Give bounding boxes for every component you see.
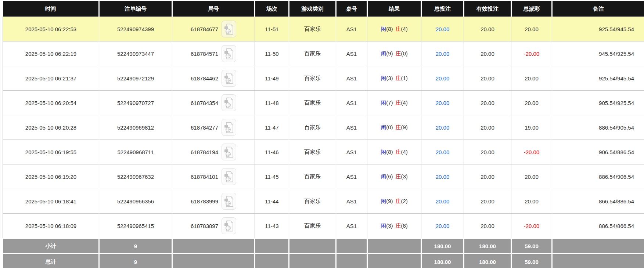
subtotal-row: 小计 9 180.00 180.00 59.00: [3, 239, 644, 254]
total-bet-link[interactable]: 20.00: [436, 75, 450, 82]
bet-id-cell: 522490972129: [99, 66, 172, 91]
payout-cell: 20.00: [511, 91, 552, 115]
total-bet-link[interactable]: 20.00: [436, 100, 450, 106]
payout-cell: 19.00: [511, 115, 552, 140]
video-replay-button[interactable]: [222, 70, 236, 87]
video-replay-button[interactable]: [222, 193, 236, 210]
column-header-table-no: 桌号: [336, 1, 367, 17]
round-id-cell: 618784101: [172, 164, 255, 189]
banker-result-value: (1): [401, 75, 408, 81]
table-no-cell: AS1: [336, 115, 367, 140]
player-result-value: (3): [386, 222, 393, 229]
video-replay-button[interactable]: [222, 94, 236, 111]
total-bet-link[interactable]: 20.00: [436, 51, 450, 57]
video-replay-button[interactable]: [222, 21, 236, 37]
bet-id-cell: 522490967632: [99, 164, 172, 189]
payout-cell: 20.00: [511, 66, 552, 91]
video-file-icon: [224, 48, 234, 59]
bet-time-cell: 2025-05-10 06:18:09: [3, 214, 99, 239]
footer-empty-cell: [336, 239, 367, 254]
video-replay-button[interactable]: [222, 217, 236, 234]
total-bet-cell: 20.00: [421, 66, 464, 91]
total-bet-link[interactable]: 20.00: [436, 124, 450, 131]
column-header-valid-bet: 有效投注: [464, 1, 511, 17]
banker-result-label: 庄: [396, 222, 401, 229]
result-cell: 闲(9)庄(2): [367, 189, 421, 214]
banker-result-label: 庄: [396, 149, 401, 155]
video-replay-button[interactable]: [222, 45, 236, 62]
player-result-value: (7): [386, 99, 393, 106]
table-no-cell: AS1: [336, 91, 367, 115]
column-header-total-bet: 总投注: [421, 1, 464, 17]
subtotal-count: 9: [99, 239, 172, 254]
banker-result-label: 庄: [396, 198, 401, 204]
game-type-cell: 百家乐: [289, 41, 336, 66]
player-result-value: (9): [386, 198, 393, 204]
result-cell: 闲(9)庄(0): [367, 41, 421, 66]
total-bet-cell: 20.00: [421, 214, 464, 239]
player-result-value: (8): [386, 149, 393, 155]
bet-time-cell: 2025-05-10 06:22:53: [3, 17, 99, 41]
table-no-cell: AS1: [336, 66, 367, 91]
session-cell: 11-47: [255, 115, 289, 140]
session-cell: 11-51: [255, 17, 289, 41]
total-bet-link[interactable]: 20.00: [436, 149, 450, 155]
video-file-icon: [224, 196, 234, 207]
total-bet-link[interactable]: 20.00: [436, 26, 450, 32]
footer-empty-cell: [172, 239, 255, 254]
table-row: 2025-05-10 06:18:09 522490965415 6187838…: [3, 214, 644, 239]
game-type-cell: 百家乐: [289, 17, 336, 41]
remark-cell: 886.54/866.54: [552, 214, 644, 239]
bet-id-cell: 522490974399: [99, 17, 172, 41]
video-file-icon: [224, 146, 234, 158]
valid-bet-cell: 20.00: [464, 189, 511, 214]
table-row: 2025-05-10 06:18:41 522490966356 6187839…: [3, 189, 644, 214]
result-cell: 闲(6)庄(3): [367, 164, 421, 189]
round-id-cell: 618784462: [172, 66, 255, 91]
total-count: 9: [99, 254, 172, 268]
banker-result-label: 庄: [396, 50, 401, 57]
remark-cell: 886.54/906.54: [552, 164, 644, 189]
player-result-label: 闲: [381, 50, 386, 57]
total-bet-link[interactable]: 20.00: [436, 223, 450, 229]
total-bet-cell: 20.00: [421, 189, 464, 214]
player-result-value: (8): [386, 26, 393, 32]
column-header-payout: 总派彩: [511, 1, 552, 17]
round-id: 618784677: [191, 26, 218, 32]
table-header: 时间 注单编号 局号 场次 游戏类别 桌号 结果 总投注 有效投注 总派彩 备注: [3, 1, 644, 17]
column-header-game-type: 游戏类别: [289, 1, 336, 17]
total-bet-link[interactable]: 20.00: [436, 174, 450, 180]
footer-empty-cell: [289, 254, 336, 268]
session-cell: 11-49: [255, 66, 289, 91]
table-row: 2025-05-10 06:19:20 522490967632 6187841…: [3, 164, 644, 189]
footer-empty-cell: [367, 254, 421, 268]
round-id-cell: 618784354: [172, 91, 255, 115]
player-result-label: 闲: [381, 222, 386, 229]
valid-bet-cell: 20.00: [464, 164, 511, 189]
remark-cell: 906.54/886.54: [552, 140, 644, 164]
result-cell: 闲(3)庄(8): [367, 214, 421, 239]
table-row: 2025-05-10 06:21:37 522490972129 6187844…: [3, 66, 644, 91]
total-bet-cell: 20.00: [421, 164, 464, 189]
banker-result-value: (4): [401, 26, 408, 32]
remark-cell: 886.54/905.54: [552, 115, 644, 140]
video-replay-button[interactable]: [222, 144, 236, 160]
video-file-icon: [224, 23, 234, 35]
payout-cell: 20.00: [511, 189, 552, 214]
player-result-label: 闲: [381, 75, 386, 81]
bet-time-cell: 2025-05-10 06:21:37: [3, 66, 99, 91]
game-type-cell: 百家乐: [289, 66, 336, 91]
valid-bet-cell: 20.00: [464, 91, 511, 115]
player-result-label: 闲: [381, 173, 386, 180]
column-header-bet-id: 注单编号: [99, 1, 172, 17]
video-file-icon: [224, 220, 234, 232]
video-replay-button[interactable]: [222, 168, 236, 185]
banker-result-value: (9): [401, 124, 408, 130]
total-bet-link[interactable]: 20.00: [436, 198, 450, 204]
table-no-cell: AS1: [336, 214, 367, 239]
result-cell: 闲(8)庄(4): [367, 140, 421, 164]
footer-empty-cell: [255, 254, 289, 268]
bet-time-cell: 2025-05-10 06:20:28: [3, 115, 99, 140]
video-replay-button[interactable]: [222, 119, 236, 136]
player-result-value: (6): [386, 173, 393, 180]
